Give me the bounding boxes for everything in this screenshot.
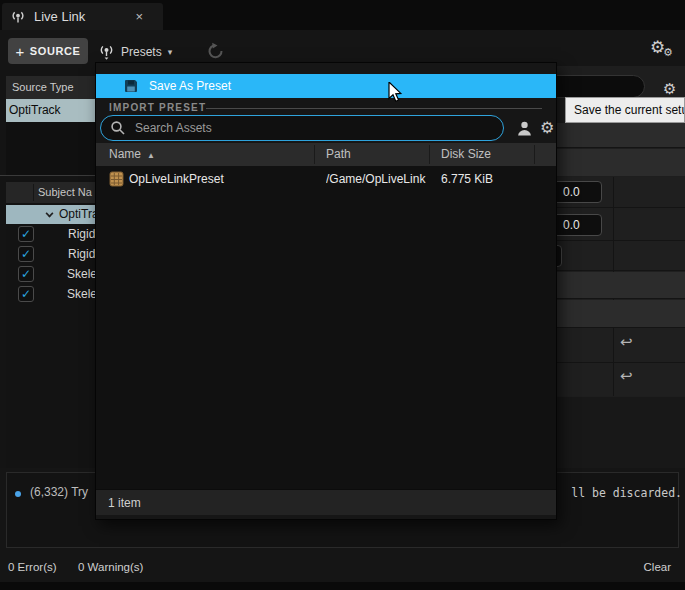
source-type-column-header[interactable]: Source Type (6, 76, 95, 99)
plus-icon: + (15, 43, 24, 60)
chevron-down-icon: ▾ (168, 47, 173, 57)
search-placeholder: Search Assets (135, 121, 212, 135)
tab-bar: Live Link × (0, 0, 685, 30)
reset-to-default-icon[interactable]: ↩ (620, 333, 633, 351)
tooltip: Save the current setup (565, 97, 685, 123)
subject-row[interactable]: ✓ Rigid (6, 244, 95, 264)
presets-button[interactable]: Presets ▾ (98, 40, 172, 64)
subject-group-row-optitrack[interactable]: OptiTra (6, 205, 95, 224)
subject-label: Rigid (68, 224, 95, 244)
column-header-name[interactable]: Name▲ (109, 143, 155, 167)
live-link-presets-icon (98, 43, 115, 61)
import-preset-section-label: IMPORT PRESET (109, 102, 206, 113)
search-icon (110, 120, 126, 136)
subject-row[interactable]: ✓ Rigid (6, 224, 95, 244)
subject-label: Skele (67, 284, 95, 304)
column-header-disk-size[interactable]: Disk Size (441, 143, 491, 166)
sort-ascending-icon: ▲ (147, 151, 155, 160)
panel-gear-icon[interactable]: ⚙ (663, 80, 676, 98)
subject-row[interactable]: ✓ Skele (6, 264, 95, 284)
subject-checkbox[interactable]: ✓ (18, 246, 34, 262)
chevron-expanded-icon[interactable] (46, 210, 54, 218)
column-divider[interactable] (314, 145, 315, 164)
reset-to-default-icon[interactable]: ↩ (620, 367, 633, 385)
log-message-right: ll be discarded. (571, 486, 682, 500)
clear-log-button[interactable]: Clear (644, 561, 671, 573)
panel-splitter[interactable] (0, 175, 95, 176)
subject-list-panel: Subject Na OptiTra ✓ Rigid ✓ Rigid ✓ Ske… (6, 180, 95, 468)
mouse-cursor (388, 82, 406, 104)
warning-count: 0 Warning(s) (78, 561, 143, 573)
column-divider[interactable] (534, 145, 535, 164)
view-options-gear-icon[interactable]: ⚙ (540, 118, 554, 137)
save-as-preset-label: Save As Preset (149, 79, 231, 93)
tab-close-icon[interactable]: × (135, 9, 143, 24)
live-link-icon (10, 9, 26, 25)
asset-disk-size: 6.775 KiB (441, 166, 493, 192)
subject-label: Rigid (68, 244, 95, 264)
section-divider (206, 108, 542, 109)
subject-checkbox[interactable]: ✓ (18, 226, 34, 242)
error-count: 0 Error(s) (8, 561, 57, 573)
asset-name: OpLiveLinkPreset (129, 166, 224, 192)
subject-label: Skele (67, 264, 95, 284)
asset-row-oplivelinkpreset[interactable]: OpLiveLinkPreset /Game/OpLiveLink 6.775 … (96, 166, 556, 192)
column-header-path[interactable]: Path (326, 143, 351, 166)
source-list-panel: Source Type OptiTrack (6, 76, 95, 176)
column-divider[interactable] (429, 145, 430, 164)
subject-checkbox[interactable]: ✓ (18, 266, 34, 282)
asset-table-body: OpLiveLinkPreset /Game/OpLiveLink 6.775 … (96, 166, 556, 489)
asset-table-header: Name▲ Path Disk Size (96, 143, 556, 166)
log-bullet-icon (15, 491, 21, 497)
subject-row[interactable]: ✓ Skele (6, 284, 95, 304)
live-link-window: Live Link × + SOURCE Presets ▾ ⚙ ⚙ Sourc… (0, 0, 685, 590)
column-divider (33, 184, 34, 201)
window-edge (0, 582, 685, 590)
source-button-label: SOURCE (30, 45, 81, 57)
save-icon (124, 79, 138, 93)
menu-item-save-as-preset[interactable]: Save As Preset (96, 74, 556, 98)
log-message-left[interactable]: (6,332) Try (30, 485, 88, 499)
add-source-button[interactable]: + SOURCE (8, 38, 88, 64)
preset-asset-icon (109, 171, 124, 187)
tab-title: Live Link (34, 9, 135, 24)
asset-path: /Game/OpLiveLink (326, 166, 426, 192)
subject-checkbox[interactable]: ✓ (18, 286, 34, 302)
revert-preset-icon[interactable] (206, 41, 226, 61)
presets-dropdown-menu: Save As Preset IMPORT PRESET Search Asse… (95, 62, 557, 520)
presets-button-label: Presets (121, 45, 162, 59)
asset-search-input[interactable]: Search Assets (100, 115, 504, 141)
asset-count-footer: 1 item (96, 489, 556, 515)
status-bar: 0 Error(s) 0 Warning(s) Clear (0, 552, 685, 582)
person-filter-icon[interactable] (516, 120, 533, 137)
source-row-optitrack[interactable]: OptiTrack (6, 99, 95, 122)
subject-name-column-header[interactable]: Subject Na (6, 182, 95, 203)
tab-live-link[interactable]: Live Link × (2, 3, 163, 30)
livelink-settings-icon[interactable]: ⚙ ⚙ (648, 37, 680, 63)
